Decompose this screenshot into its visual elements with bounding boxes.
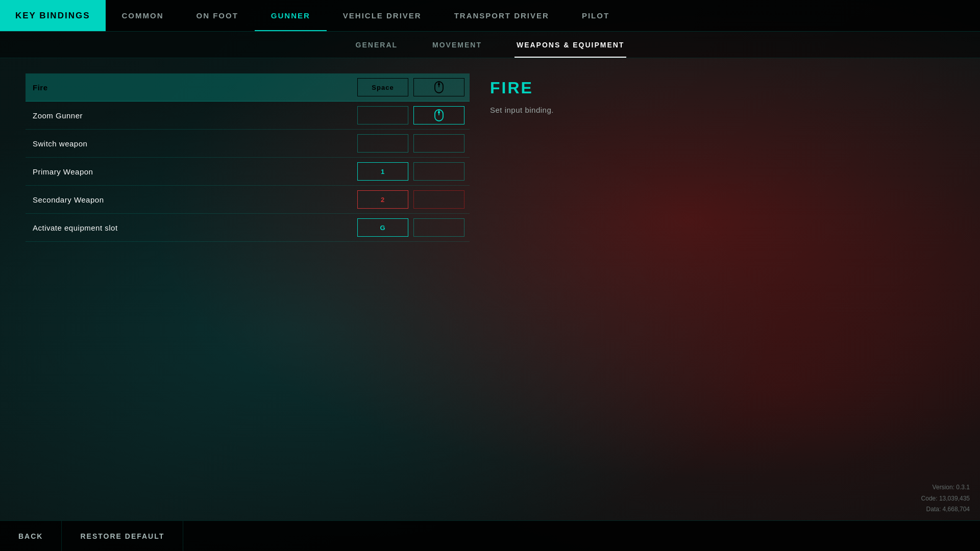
binding-row-fire[interactable]: Fire Space bbox=[26, 73, 470, 102]
binding-row-zoom-gunner[interactable]: Zoom Gunner bbox=[26, 102, 470, 130]
key-btn-primary-weapon-key[interactable]: 1 bbox=[357, 162, 408, 181]
binding-label-switch-weapon: Switch weapon bbox=[26, 139, 357, 148]
binding-keys-primary-weapon: 1 bbox=[357, 162, 470, 181]
top-navigation: KEY BINDINGS COMMON ON FOOT GUNNER VEHIC… bbox=[0, 0, 980, 32]
bottom-bar: BACK RESTORE DEFAULT bbox=[0, 520, 980, 551]
key-btn-fire-secondary[interactable] bbox=[413, 78, 464, 96]
version-line3: Data: 4,668,704 bbox=[921, 504, 970, 515]
nav-tab-transport-driver[interactable]: TRANSPORT DRIVER bbox=[438, 0, 566, 31]
info-description: Set input binding. bbox=[490, 106, 954, 114]
sub-tab-movement[interactable]: MOVEMENT bbox=[430, 32, 484, 58]
binding-row-switch-weapon[interactable]: Switch weapon bbox=[26, 130, 470, 158]
binding-row-activate-equipment[interactable]: Activate equipment slot G bbox=[26, 214, 470, 242]
binding-row-primary-weapon[interactable]: Primary Weapon 1 bbox=[26, 158, 470, 186]
mouse-icon-fire bbox=[434, 81, 444, 94]
info-title: FIRE bbox=[490, 79, 954, 97]
key-btn-fire-primary[interactable]: Space bbox=[357, 78, 408, 96]
nav-tab-gunner[interactable]: GUNNER bbox=[255, 0, 327, 31]
restore-default-button[interactable]: RESTORE DEFAULT bbox=[62, 521, 183, 551]
binding-label-zoom-gunner: Zoom Gunner bbox=[26, 111, 357, 120]
nav-tab-vehicle-driver[interactable]: VEHICLE DRIVER bbox=[327, 0, 438, 31]
nav-tab-pilot[interactable]: PILOT bbox=[566, 0, 626, 31]
nav-tab-common[interactable]: COMMON bbox=[106, 0, 180, 31]
key-btn-zoom-primary[interactable] bbox=[357, 106, 408, 124]
key-btn-switch-primary[interactable] bbox=[357, 134, 408, 153]
sub-tab-weapons-equipment[interactable]: WEAPONS & EQUIPMENT bbox=[514, 32, 626, 58]
svg-point-2 bbox=[438, 83, 440, 85]
key-btn-zoom-secondary[interactable] bbox=[413, 106, 464, 124]
key-btn-primary-weapon-alt[interactable] bbox=[413, 162, 464, 181]
binding-label-activate-equipment: Activate equipment slot bbox=[26, 223, 357, 232]
binding-keys-activate-equipment: G bbox=[357, 218, 470, 237]
main-content: Fire Space Zoom Gunner bbox=[0, 58, 980, 257]
key-btn-switch-secondary[interactable] bbox=[413, 134, 464, 153]
binding-label-secondary-weapon: Secondary Weapon bbox=[26, 195, 357, 204]
key-bindings-title: KEY BINDINGS bbox=[0, 0, 106, 31]
version-line2: Code: 13,039,435 bbox=[921, 493, 970, 505]
nav-tab-on-foot[interactable]: ON FOOT bbox=[180, 0, 255, 31]
key-btn-secondary-weapon-key[interactable]: 2 bbox=[357, 190, 408, 209]
binding-keys-zoom-gunner bbox=[357, 106, 470, 124]
binding-keys-secondary-weapon: 2 bbox=[357, 190, 470, 209]
binding-row-secondary-weapon[interactable]: Secondary Weapon 2 bbox=[26, 186, 470, 214]
key-btn-activate-equipment-alt[interactable] bbox=[413, 218, 464, 237]
key-btn-activate-equipment-key[interactable]: G bbox=[357, 218, 408, 237]
info-panel: FIRE Set input binding. bbox=[490, 73, 954, 242]
binding-label-fire: Fire bbox=[26, 83, 357, 92]
back-button[interactable]: BACK bbox=[0, 521, 62, 551]
sub-tab-general[interactable]: GENERAL bbox=[354, 32, 400, 58]
mouse-icon-zoom bbox=[434, 109, 444, 122]
sub-navigation: GENERAL MOVEMENT WEAPONS & EQUIPMENT bbox=[0, 32, 980, 58]
binding-label-primary-weapon: Primary Weapon bbox=[26, 167, 357, 176]
nav-tabs-container: COMMON ON FOOT GUNNER VEHICLE DRIVER TRA… bbox=[106, 0, 981, 31]
binding-keys-switch-weapon bbox=[357, 134, 470, 153]
svg-point-5 bbox=[438, 111, 440, 113]
bindings-panel: Fire Space Zoom Gunner bbox=[26, 73, 470, 242]
version-line1: Version: 0.3.1 bbox=[921, 482, 970, 493]
key-btn-secondary-weapon-alt[interactable] bbox=[413, 190, 464, 209]
binding-keys-fire: Space bbox=[357, 78, 470, 96]
version-info: Version: 0.3.1 Code: 13,039,435 Data: 4,… bbox=[921, 482, 970, 515]
